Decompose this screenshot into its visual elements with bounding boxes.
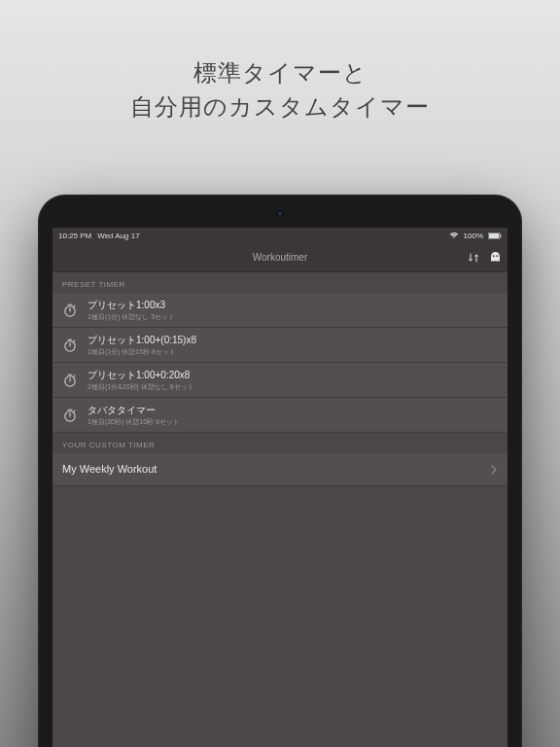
preset-item-subtitle: 1種目(20秒) 休憩10秒 8セット (88, 417, 498, 426)
page-title: Workoutimer (253, 252, 308, 263)
custom-item-title: My Weekly Workout (62, 462, 490, 476)
timer-icon (62, 408, 78, 423)
preset-item-subtitle: 2種目(1分&20秒) 休憩なし 8セット (88, 382, 498, 391)
svg-point-3 (493, 255, 495, 257)
promo-line-1: 標準タイマーと (0, 56, 560, 90)
battery-percent: 100% (464, 231, 483, 240)
status-time: 10:25 PM (58, 231, 91, 240)
timer-icon (62, 302, 78, 318)
camera-dot (277, 210, 284, 217)
status-bar: 10:25 PM Wed Aug 17 100% (52, 228, 508, 243)
svg-rect-2 (500, 234, 501, 237)
device-frame: 10:25 PM Wed Aug 17 100% Workoutimer (38, 195, 522, 747)
wifi-icon (449, 231, 459, 239)
preset-item-title: プリセット1:00+0:20x8 (88, 369, 498, 381)
chevron-right-icon (490, 464, 498, 476)
custom-section-header: YOUR CUSTOM TIMER (52, 433, 508, 453)
preset-item-subtitle: 1種目(1分) 休憩15秒 8セット (88, 347, 498, 356)
status-date: Wed Aug 17 (97, 231, 139, 240)
preset-item-title: タバタタイマー (88, 404, 498, 416)
timer-icon (62, 373, 78, 388)
timer-icon (62, 338, 78, 353)
preset-timer-row[interactable]: プリセット1:00+(0:15)x8 1種目(1分) 休憩15秒 8セット (52, 328, 508, 363)
custom-timer-row[interactable]: My Weekly Workout (52, 453, 508, 485)
promo-text: 標準タイマーと 自分用のカスタムタイマー (0, 0, 560, 124)
ghost-icon-button[interactable] (489, 251, 502, 264)
promo-line-2: 自分用のカスタムタイマー (0, 90, 560, 124)
battery-icon (488, 232, 502, 239)
svg-point-4 (496, 255, 498, 257)
sort-button[interactable] (468, 252, 479, 264)
preset-item-subtitle: 1種目(1分) 休憩なし 3セット (88, 312, 498, 321)
svg-rect-1 (489, 233, 499, 238)
preset-timer-row[interactable]: プリセット1:00x3 1種目(1分) 休憩なし 3セット (52, 293, 508, 328)
preset-item-title: プリセット1:00x3 (88, 299, 498, 311)
navigation-bar: Workoutimer (52, 243, 508, 272)
preset-timer-row[interactable]: プリセット1:00+0:20x8 2種目(1分&20秒) 休憩なし 8セット (52, 363, 508, 398)
preset-item-title: プリセット1:00+(0:15)x8 (88, 334, 498, 346)
app-screen: 10:25 PM Wed Aug 17 100% Workoutimer (52, 228, 508, 747)
preset-section-header: PRESET TIMER (52, 272, 508, 293)
preset-timer-row[interactable]: タバタタイマー 1種目(20秒) 休憩10秒 8セット (52, 398, 508, 433)
